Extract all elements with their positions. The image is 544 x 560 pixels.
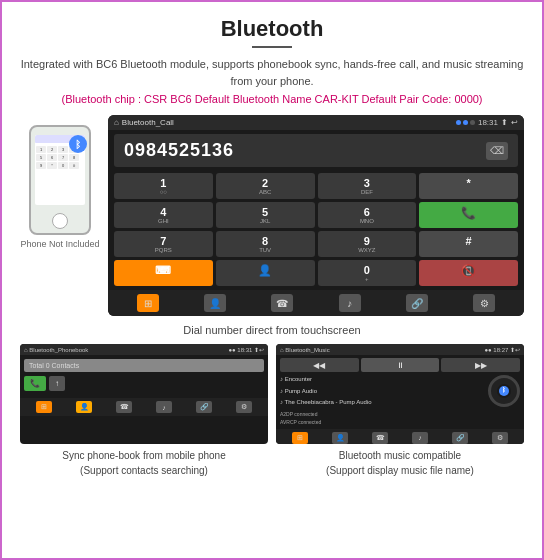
phonebook-header: ⌂ Bluetooth_Phonebook ●● 18:31 ⬆↩ [20, 344, 268, 355]
phonebook-screen: ⌂ Bluetooth_Phonebook ●● 18:31 ⬆↩ Total … [20, 344, 268, 444]
nav-link-icon[interactable]: 🔗 [406, 294, 428, 312]
bluetooth-icon: ᛒ [75, 139, 81, 150]
music-info: ♪ Encounter ♪ Pump Audio ♪ The Cheebiaca… [280, 375, 520, 426]
music-controls: ◀◀ ⏸ ▶▶ [280, 358, 520, 372]
dialed-number: 0984525136 [124, 140, 234, 161]
pb-nav-settings[interactable]: ⚙ [236, 401, 252, 413]
ms-nav-phone[interactable]: ☎ [372, 432, 388, 444]
nav-menu-icon[interactable]: ⊞ [137, 294, 159, 312]
ms-nav-settings[interactable]: ⚙ [492, 432, 508, 444]
pb-nav-link[interactable]: 🔗 [196, 401, 212, 413]
phonebook-title: Bluetooth_Phonebook [29, 347, 88, 353]
screen-header: ⌂ Bluetooth_Call 18:31 ⬆ ↩ [108, 115, 524, 130]
nav-music-icon[interactable]: ♪ [339, 294, 361, 312]
keyboard-button[interactable]: ⌨ [114, 260, 213, 286]
pb-time: 18:31 [237, 347, 252, 353]
subtitle: Integrated with BC6 Bluetooth module, su… [20, 56, 524, 89]
key-9[interactable]: 9WXYZ [318, 231, 417, 257]
key-5[interactable]: 5JKL [216, 202, 315, 228]
bottom-section: ⌂ Bluetooth_Phonebook ●● 18:31 ⬆↩ Total … [20, 344, 524, 478]
bt-circle-icon: ᛒ [499, 386, 509, 396]
key-2[interactable]: 2ABC [216, 173, 315, 199]
home-icon-music: ⌂ [280, 347, 284, 353]
phone-image-container: 123 456 789 *0# ᛒ Phone Not Included [20, 125, 100, 316]
ms-nav-menu[interactable]: ⊞ [292, 432, 308, 444]
chip-info: (Bluetooth chip : CSR BC6 Default Blueto… [20, 93, 524, 105]
pb-arrows: ⬆↩ [254, 347, 264, 353]
screen-title: Bluetooth_Call [122, 118, 174, 127]
music-text: ♪ Encounter ♪ Pump Audio ♪ The Cheebiaca… [280, 375, 484, 426]
contacts-button[interactable]: 👤 [216, 260, 315, 286]
key-0[interactable]: 0+ [318, 260, 417, 286]
phonebook-label: Sync phone-book from mobile phone(Suppor… [20, 448, 268, 478]
music-bottom-nav: ⊞ 👤 ☎ ♪ 🔗 ⚙ [276, 429, 524, 444]
ms-nav-music[interactable]: ♪ [412, 432, 428, 444]
key-8[interactable]: 8TUV [216, 231, 315, 257]
phonebook-bottom-nav: ⊞ 👤 ☎ ♪ 🔗 ⚙ [20, 398, 268, 416]
end-call-button[interactable]: 📵 [419, 260, 518, 286]
music-header-right: ●● 18:27 ⬆↩ [484, 346, 520, 353]
pb-signal: ●● [228, 347, 235, 353]
music-header: ⌂ Bluetooth_Music ●● 18:27 ⬆↩ [276, 344, 524, 355]
key-star[interactable]: * [419, 173, 518, 199]
dot-1 [456, 120, 461, 125]
ms-arrows: ⬆↩ [510, 347, 520, 353]
next-button[interactable]: ▶▶ [441, 358, 520, 372]
key-6[interactable]: 6MNO [318, 202, 417, 228]
title-underline [252, 46, 292, 48]
dot-2 [463, 120, 468, 125]
phonebook-actions: 📞 ↑ [24, 376, 264, 391]
pb-nav-phone[interactable]: ☎ [116, 401, 132, 413]
page-title: Bluetooth [20, 16, 524, 42]
call-button[interactable]: 📞 [419, 202, 518, 228]
track3: The Cheebiacabra - Pump Audio [285, 399, 372, 405]
nav-phone-icon[interactable]: ☎ [271, 294, 293, 312]
key-7[interactable]: 7PQRS [114, 231, 213, 257]
avrcp-status: AVRCP connected [280, 418, 484, 426]
key-hash[interactable]: # [419, 231, 518, 257]
music-disc: ᛒ [488, 375, 520, 407]
a2dp-status: A2DP connected [280, 410, 484, 418]
ms-signal: ●● [484, 347, 491, 353]
home-icon: ⌂ [114, 118, 119, 127]
number-display: 0984525136 ⌫ [114, 134, 518, 167]
key-4[interactable]: 4GHI [114, 202, 213, 228]
screen-header-left: ⌂ Bluetooth_Call [114, 118, 174, 127]
key-1[interactable]: 1○○ [114, 173, 213, 199]
back-icon: ↩ [511, 118, 518, 127]
ms-nav-link[interactable]: 🔗 [452, 432, 468, 444]
music-disc-inner: ᛒ [497, 384, 511, 398]
music-title: Bluetooth_Music [285, 347, 329, 353]
home-icon-mini: ⌂ [24, 347, 28, 353]
phonebook-header-right: ●● 18:31 ⬆↩ [228, 346, 264, 353]
dial-label: Dial number direct from touchscreen [20, 324, 524, 336]
pb-nav-music[interactable]: ♪ [156, 401, 172, 413]
track1: Encounter [285, 376, 312, 382]
pb-nav-person[interactable]: 👤 [76, 401, 92, 413]
screen-bottom-nav: ⊞ 👤 ☎ ♪ 🔗 ⚙ [108, 290, 524, 316]
pause-button[interactable]: ⏸ [361, 358, 440, 372]
nav-settings-icon[interactable]: ⚙ [473, 294, 495, 312]
phonebook-header-left: ⌂ Bluetooth_Phonebook [24, 347, 88, 353]
keypad: 1○○ 2ABC 3DEF * 4GHI 5JKL 6MNO 📞 7PQRS 8… [108, 171, 524, 290]
pb-nav-menu[interactable]: ⊞ [36, 401, 52, 413]
backspace-button[interactable]: ⌫ [486, 142, 508, 160]
prev-button[interactable]: ◀◀ [280, 358, 359, 372]
pb-upload-btn[interactable]: ↑ [49, 376, 65, 391]
pb-call-btn[interactable]: 📞 [24, 376, 46, 391]
key-3[interactable]: 3DEF [318, 173, 417, 199]
car-screen-dial: ⌂ Bluetooth_Call 18:31 ⬆ ↩ 0984525136 [108, 115, 524, 316]
ms-nav-person[interactable]: 👤 [332, 432, 348, 444]
phone-home-button [52, 213, 68, 229]
music-content: ◀◀ ⏸ ▶▶ ♪ Encounter ♪ Pump Audio ♪ The C… [276, 355, 524, 429]
phone-device: 123 456 789 *0# ᛒ [29, 125, 91, 235]
signal-dots [456, 120, 475, 125]
phone-label: Phone Not Included [20, 239, 99, 249]
track2: Pump Audio [285, 388, 317, 394]
contacts-count: Total 0 Contacts [24, 359, 264, 372]
music-screen: ⌂ Bluetooth_Music ●● 18:27 ⬆↩ ◀◀ ⏸ ▶▶ [276, 344, 524, 444]
bluetooth-badge: ᛒ [69, 135, 87, 153]
nav-person-icon[interactable]: 👤 [204, 294, 226, 312]
screen-header-right: 18:31 ⬆ ↩ [456, 118, 518, 127]
ms-time: 18:27 [493, 347, 508, 353]
